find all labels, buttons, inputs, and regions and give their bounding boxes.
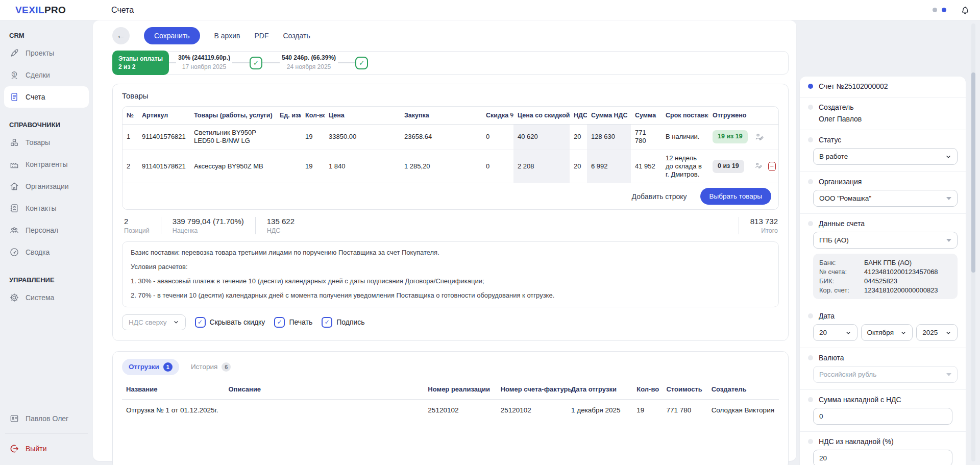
save-button[interactable]: Сохранить <box>144 27 200 44</box>
sidebar-item-contractors[interactable]: Контрагенты <box>4 154 89 175</box>
sidebar-item-contacts[interactable]: Контакты <box>4 198 89 219</box>
col-shipped: Отгружено <box>708 107 750 125</box>
status-label: Статус <box>819 136 841 144</box>
sidebar-item-label: Персонал <box>26 226 58 234</box>
scrollbar-thumb[interactable] <box>971 72 975 273</box>
summary-total-value: 813 732 <box>750 217 778 226</box>
status-section: Статус В работе <box>800 130 966 172</box>
stage-2-amount: 540 246р. (66.39%) <box>282 54 336 62</box>
stage-2-check-icon[interactable] <box>355 57 368 69</box>
cell-vat: 20 <box>570 150 587 183</box>
sidebar-item-label: Сводка <box>26 248 50 256</box>
organization-select[interactable]: ООО "Ромашка" <box>813 190 958 207</box>
cell-num: 2 <box>122 150 138 183</box>
status-select[interactable]: В работе <box>813 148 958 165</box>
bank-corr-label: Кор. счет: <box>819 286 864 294</box>
cell-price: 33850.00 <box>325 125 400 150</box>
stage-connector <box>338 62 355 63</box>
select-products-button[interactable]: Выбрать товары <box>700 188 771 205</box>
section-dot <box>808 105 813 110</box>
sidebar-item-invoices[interactable]: Счета <box>4 86 89 108</box>
date-day-select[interactable]: 20 <box>813 324 857 341</box>
summary-total: 813 732 Итого <box>739 217 778 234</box>
cell-delivery: В наличии. <box>662 125 708 150</box>
account-select[interactable]: ГПБ (АО) <box>813 232 958 249</box>
col-unit: Ед. изм. <box>276 107 301 125</box>
date-year-select[interactable]: 2025 <box>916 324 958 341</box>
toolbar: Сохранить В архив PDF Создать <box>112 26 789 46</box>
summary-markup: 339 799,04 (71.70%) Наценка <box>161 217 256 234</box>
date-month-select[interactable]: Октября <box>861 324 913 341</box>
sidebar-user-name: Павлов Олег <box>26 414 68 423</box>
sidebar: CRM Проекты $ Сделки <box>0 20 93 465</box>
sidebar-item-deals[interactable]: $ Сделки <box>4 64 89 86</box>
bell-icon[interactable] <box>960 5 971 16</box>
logout-button[interactable]: Выйти <box>4 438 89 459</box>
tab-label: История <box>191 363 217 371</box>
col-ship-invoice-number: Номер счета-фактуры <box>497 379 567 400</box>
summary-vat-label: НДС <box>267 227 295 234</box>
archive-button[interactable]: В архив <box>214 32 240 40</box>
sidebar-section-crm: CRM <box>4 32 89 39</box>
cell-sku: 911401576821 <box>138 125 190 150</box>
print-checkbox[interactable]: Печать <box>274 317 312 328</box>
sign-icon[interactable] <box>754 132 765 142</box>
hide-discount-checkbox[interactable]: Скрывать скидку <box>195 317 265 328</box>
sidebar-item-products[interactable]: Товары <box>4 132 89 153</box>
stage-connector <box>262 62 280 63</box>
sidebar-user[interactable]: Павлов Олег <box>4 408 89 429</box>
waybill-sum-input[interactable] <box>813 408 952 425</box>
bank-account-value: 41234810200123457068 <box>864 268 951 276</box>
sign-icon[interactable] <box>754 161 763 172</box>
date-year-value: 2025 <box>922 329 938 336</box>
col-vat: НДС <box>570 107 587 125</box>
products-table: № Артикул Товары (работы, услуги) Ед. из… <box>122 107 779 183</box>
sidebar-item-label: Контакты <box>26 204 56 212</box>
shipments-card: Отгрузки 1 История 6 Название Описание <box>112 351 789 465</box>
sidebar-item-personnel[interactable]: Персонал <box>4 219 89 241</box>
remove-row-icon[interactable] <box>768 162 776 171</box>
waybill-vat-section: НДС из накладной (%) <box>800 432 966 465</box>
summary-vat-value: 135 622 <box>267 217 295 226</box>
waybill-vat-input[interactable] <box>813 450 952 465</box>
stage-1-check-icon[interactable] <box>250 57 262 69</box>
main-panel: Сохранить В архив PDF Создать Этапы опла… <box>93 20 796 461</box>
checkbox-checked-icon <box>195 317 206 328</box>
tab-history[interactable]: История 6 <box>184 359 237 375</box>
chevron-down-icon <box>900 330 906 336</box>
shipment-row[interactable]: Отгрузка № 1 от 01.12.2025г. 25120102 25… <box>122 399 779 421</box>
chevron-down-icon <box>946 197 951 200</box>
col-price-discounted: Цена со скидкой <box>513 107 570 125</box>
sidebar-item-label: Организации <box>26 182 69 190</box>
col-purchase: Закупка <box>400 107 482 125</box>
add-row-button[interactable]: Добавить строку <box>632 192 687 201</box>
products-controls: НДС сверху Скрывать скидку Печать Подпис… <box>122 314 779 330</box>
invoice-icon <box>9 92 19 102</box>
ship-cell-realization-number: 25120102 <box>424 399 496 421</box>
sidebar-item-system[interactable]: Система <box>4 287 89 308</box>
sidebar-item-summary[interactable]: Сводка <box>4 241 89 263</box>
back-button[interactable] <box>112 27 130 44</box>
payment-stages-badge: Этапы оплаты 2 из 2 <box>112 51 169 75</box>
sidebar-item-organizations[interactable]: Организации <box>4 176 89 197</box>
account-section: Данные счета ГПБ (АО) Банк: БАНК ГПБ (АО… <box>800 214 966 306</box>
col-sku: Артикул <box>138 107 190 125</box>
summary-total-label: Итого <box>750 227 778 234</box>
summary-positions-label: Позиций <box>124 227 150 234</box>
waybill-sum-label: Сумма накладной с НДС <box>819 396 901 404</box>
col-actions <box>750 107 779 125</box>
tab-shipments[interactable]: Отгрузки 1 <box>122 359 179 375</box>
date-label: Дата <box>819 312 835 320</box>
create-button[interactable]: Создать <box>283 32 310 40</box>
signature-checkbox[interactable]: Подпись <box>322 317 364 328</box>
bank-corr-value: 12341810200000000823 <box>864 286 951 294</box>
section-dot <box>808 179 813 184</box>
pdf-button[interactable]: PDF <box>254 32 268 40</box>
rocket-icon <box>9 48 19 58</box>
tab-label: Отгрузки <box>129 363 159 371</box>
vat-mode-select[interactable]: НДС сверху <box>122 314 186 330</box>
col-vat-sum: Сумма НДС <box>587 107 631 125</box>
shipments-header-row: Название Описание Номер реализации Номер… <box>122 379 779 400</box>
sidebar-item-projects[interactable]: Проекты <box>4 42 89 64</box>
products-table-footer: Добавить строку Выбрать товары <box>122 183 778 209</box>
